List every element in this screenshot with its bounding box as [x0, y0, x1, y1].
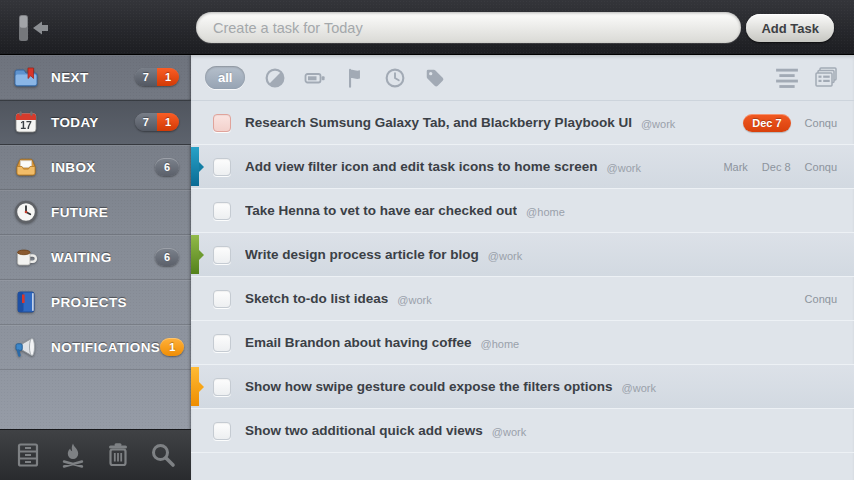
- task-row[interactable]: Show how swipe gesture could expose the …: [191, 365, 854, 409]
- task-title: Research Sumsung Galaxy Tab, and Blackbe…: [245, 115, 632, 130]
- task-context-tag: @work: [607, 162, 641, 174]
- task-context-tag: @work: [397, 294, 431, 306]
- sidebar-item-label: PROJECTS: [51, 295, 179, 310]
- folder-icon: [13, 64, 39, 90]
- sidebar-item-label: FUTURE: [51, 205, 179, 220]
- task-checkbox[interactable]: [213, 422, 231, 440]
- task-due-date: Dec 7: [743, 114, 790, 132]
- task-checkbox[interactable]: [213, 290, 231, 308]
- sidebar-toolbar: [0, 429, 191, 480]
- task-context-tag: @home: [526, 206, 565, 218]
- task-context-tag: @work: [622, 382, 656, 394]
- sidebar-item-label: WAITING: [51, 250, 155, 265]
- count-badge-gray: 7: [135, 113, 157, 131]
- megaphone-icon: [13, 334, 39, 360]
- flag-icon[interactable]: [344, 67, 366, 89]
- task-assignee: Mark: [723, 161, 747, 173]
- body: NEXT7117TODAY71INBOX6FUTUREWAITING6PROJE…: [0, 55, 854, 480]
- task-checkbox[interactable]: [213, 202, 231, 220]
- sidebar-item-waiting[interactable]: WAITING6: [0, 235, 191, 280]
- search-icon: [149, 441, 177, 469]
- count-badge-gray: 6: [155, 248, 179, 266]
- task-title: Add view filter icon and edit task icons…: [245, 159, 598, 174]
- task-checkbox[interactable]: [213, 158, 231, 176]
- trash-button[interactable]: [101, 438, 135, 472]
- collapse-sidebar-button[interactable]: [12, 12, 54, 44]
- priority-stripe: [191, 235, 199, 274]
- sidebar-item-inbox[interactable]: INBOX6: [0, 145, 191, 190]
- campfire-button[interactable]: [56, 438, 90, 472]
- sidebar-item-label: INBOX: [51, 160, 155, 175]
- task-context-tag: @work: [488, 250, 522, 262]
- task-checkbox[interactable]: [213, 246, 231, 264]
- book-icon: [13, 289, 39, 315]
- task-row[interactable]: Research Sumsung Galaxy Tab, and Blackbe…: [191, 101, 854, 145]
- task-meta: Dec 7Conqu: [733, 114, 854, 132]
- sidebar-item-next[interactable]: NEXT71: [0, 55, 191, 100]
- clockface-icon: [13, 199, 39, 225]
- card-view-icon[interactable]: [814, 66, 838, 90]
- inbox-icon: [13, 154, 39, 180]
- task-checkbox[interactable]: [213, 114, 231, 132]
- battery-icon[interactable]: [304, 67, 326, 89]
- main-panel: all Research Sumsung Galaxy Tab, and Bla…: [191, 55, 854, 480]
- task-title: Sketch to-do list ideas: [245, 291, 388, 306]
- task-row[interactable]: Sketch to-do list ideas@workConqu: [191, 277, 854, 321]
- task-project: Conqu: [805, 117, 837, 129]
- svg-text:17: 17: [20, 119, 32, 131]
- clock-small-icon[interactable]: [384, 67, 406, 89]
- archive-button[interactable]: [11, 438, 45, 472]
- task-row[interactable]: Write design process article for blog@wo…: [191, 233, 854, 277]
- count-badge-group: 71: [135, 68, 179, 86]
- task-title: Email Brandon about having coffee: [245, 335, 472, 350]
- mug-icon: [13, 244, 39, 270]
- sidebar: NEXT7117TODAY71INBOX6FUTUREWAITING6PROJE…: [0, 55, 191, 480]
- tag-icon[interactable]: [424, 67, 446, 89]
- count-badge-group: 71: [135, 113, 179, 131]
- sidebar-item-notifications[interactable]: NOTIFICATIONS1: [0, 325, 191, 370]
- task-checkbox[interactable]: [213, 334, 231, 352]
- filter-tabs: all: [205, 66, 455, 89]
- contrast-icon[interactable]: [264, 67, 286, 89]
- task-project: Conqu: [805, 293, 837, 305]
- task-row[interactable]: Add view filter icon and edit task icons…: [191, 145, 854, 189]
- search-button[interactable]: [146, 438, 180, 472]
- task-meta: MarkDec 8Conqu: [713, 161, 854, 173]
- campfire-icon: [59, 441, 87, 469]
- sidebar-nav: NEXT7117TODAY71INBOX6FUTUREWAITING6PROJE…: [0, 55, 191, 370]
- archive-icon: [14, 441, 42, 469]
- sidebar-item-projects[interactable]: PROJECTS: [0, 280, 191, 325]
- app-window: Add Task NEXT7117TODAY71INBOX6FUTUREWAIT…: [0, 0, 854, 480]
- priority-stripe: [191, 367, 199, 406]
- priority-stripe: [191, 147, 199, 186]
- filter-tab-all[interactable]: all: [205, 66, 245, 89]
- task-checkbox[interactable]: [213, 378, 231, 396]
- task-title: Show two additional quick add views: [245, 423, 483, 438]
- count-badge-orange: 1: [160, 338, 184, 356]
- top-bar: Add Task: [0, 0, 854, 55]
- new-task-input[interactable]: [196, 12, 741, 43]
- collapse-sidebar-icon: [12, 12, 54, 44]
- task-context-tag: @work: [492, 426, 526, 438]
- count-badge-gray: 6: [155, 158, 179, 176]
- calendar-icon: 17: [13, 109, 39, 135]
- sidebar-item-today[interactable]: 17TODAY71: [0, 100, 191, 145]
- sidebar-item-label: NOTIFICATIONS: [51, 340, 160, 355]
- add-task-button[interactable]: Add Task: [746, 14, 834, 42]
- task-row[interactable]: Show two additional quick add views@work: [191, 409, 854, 453]
- sidebar-item-label: TODAY: [51, 115, 135, 130]
- task-row[interactable]: Take Henna to vet to have ear checked ou…: [191, 189, 854, 233]
- trash-icon: [104, 441, 132, 469]
- sidebar-item-future[interactable]: FUTURE: [0, 190, 191, 235]
- view-switcher: [775, 66, 838, 90]
- task-title: Take Henna to vet to have ear checked ou…: [245, 203, 517, 218]
- task-title: Show how swipe gesture could expose the …: [245, 379, 613, 394]
- task-row[interactable]: Email Brandon about having coffee@home: [191, 321, 854, 365]
- task-context-tag: @work: [641, 118, 675, 130]
- task-project: Conqu: [805, 161, 837, 173]
- task-meta: Conqu: [795, 293, 854, 305]
- task-title: Write design process article for blog: [245, 247, 479, 262]
- task-due-date: Dec 8: [762, 161, 791, 173]
- task-context-tag: @home: [481, 338, 520, 350]
- list-view-icon[interactable]: [775, 66, 799, 90]
